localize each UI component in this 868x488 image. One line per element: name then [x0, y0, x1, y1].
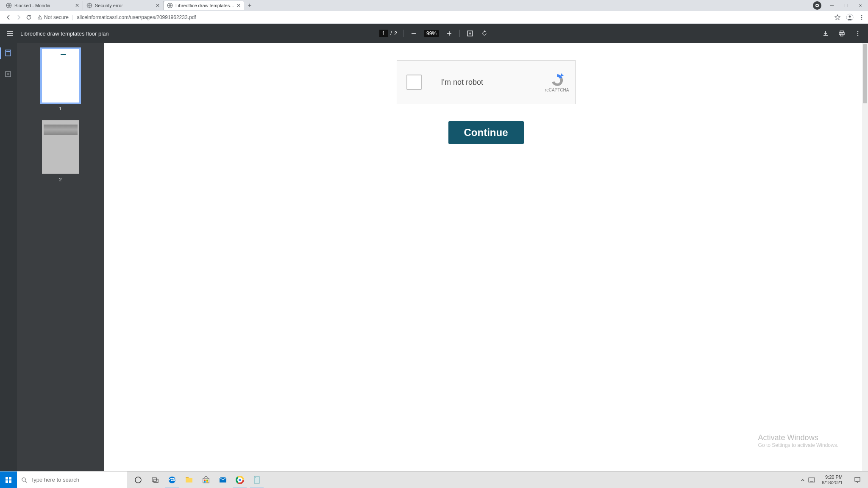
app-icon[interactable] — [248, 471, 265, 488]
rotate-button[interactable] — [480, 29, 489, 38]
svg-rect-63 — [855, 477, 860, 481]
search-placeholder: Type here to search — [31, 477, 79, 483]
thumbnails-tab[interactable] — [4, 49, 13, 58]
new-tab-button[interactable]: + — [244, 1, 255, 10]
page-total: 2 — [394, 30, 397, 36]
zoom-level[interactable]: 99% — [424, 30, 439, 37]
windows-watermark: Activate Windows Go to Settings to activ… — [758, 433, 838, 448]
fit-page-button[interactable] — [466, 29, 474, 38]
menu-icon[interactable] — [6, 30, 14, 37]
svg-rect-44 — [152, 478, 156, 481]
start-button[interactable] — [0, 471, 17, 488]
cortana-icon[interactable] — [130, 471, 147, 488]
recaptcha-checkbox[interactable] — [406, 75, 422, 90]
close-icon[interactable]: ✕ — [75, 3, 79, 8]
thumbnail-2[interactable] — [42, 120, 79, 174]
recaptcha-label: I'm not robot — [441, 78, 545, 87]
svg-point-43 — [135, 477, 141, 483]
svg-rect-6 — [845, 4, 848, 7]
task-view-icon[interactable] — [147, 471, 164, 488]
thumbnail-label: 1 — [59, 106, 61, 111]
zoom-out-button[interactable] — [409, 29, 418, 38]
maximize-button[interactable] — [839, 0, 854, 11]
reload-button[interactable] — [24, 12, 34, 22]
svg-point-12 — [849, 15, 851, 17]
vertical-scrollbar[interactable] — [862, 43, 868, 471]
svg-rect-51 — [206, 480, 208, 481]
svg-point-59 — [239, 478, 242, 481]
svg-marker-36 — [561, 73, 564, 76]
svg-rect-52 — [204, 481, 206, 482]
profile-icon[interactable] — [846, 14, 854, 21]
taskbar-pinned — [130, 471, 265, 488]
tab-security-error[interactable]: Security error ✕ — [83, 1, 164, 10]
extension-icon[interactable] — [813, 1, 821, 10]
page-separator: / — [390, 30, 392, 36]
star-icon[interactable] — [834, 14, 841, 21]
page-canvas[interactable]: I'm not robot reCAPTCHA Continue Activat… — [104, 43, 868, 471]
side-rail — [0, 43, 17, 471]
tab-blocked[interactable]: Blocked - Mondia ✕ — [3, 1, 83, 10]
window-controls — [813, 0, 868, 11]
recaptcha-logo: reCAPTCHA — [545, 72, 569, 92]
pdf-toolbar-right — [821, 29, 862, 38]
forward-button[interactable] — [14, 12, 24, 22]
taskbar-clock[interactable]: 9:20 PM 8/18/2021 — [818, 474, 846, 485]
browser-menu-icon[interactable] — [859, 14, 865, 20]
globe-icon — [86, 3, 92, 8]
svg-rect-33 — [6, 72, 11, 77]
svg-point-14 — [861, 17, 862, 18]
keyboard-icon[interactable] — [808, 477, 815, 482]
security-indicator[interactable]: Not secure — [37, 14, 69, 20]
watermark-title: Activate Windows — [758, 433, 838, 442]
continue-button[interactable]: Continue — [448, 121, 524, 144]
thumbnail-1[interactable] — [42, 49, 79, 103]
svg-point-4 — [816, 5, 818, 6]
address-bar: Not secure | aliceinformaticasrl.com/use… — [0, 11, 868, 24]
tray-chevron-icon[interactable] — [801, 478, 805, 482]
svg-rect-38 — [9, 477, 11, 480]
svg-rect-45 — [154, 479, 158, 482]
recaptcha-brand: reCAPTCHA — [545, 88, 569, 92]
svg-rect-53 — [206, 481, 208, 482]
tab-title: Libreoffice draw templates floor — [175, 3, 235, 8]
back-button[interactable] — [3, 12, 14, 22]
clock-date: 8/18/2021 — [822, 480, 843, 485]
clock-time: 9:20 PM — [822, 474, 843, 480]
document-title: Libreoffice draw templates floor plan — [20, 30, 109, 37]
chrome-icon[interactable] — [231, 471, 248, 488]
close-icon[interactable]: ✕ — [236, 3, 241, 8]
pdf-viewer: 1 2 I'm not robot reCAPTCHA — [0, 43, 868, 471]
pdf-more-icon[interactable] — [854, 29, 862, 38]
store-icon[interactable] — [198, 471, 214, 488]
close-window-button[interactable] — [854, 0, 868, 11]
scrollbar-thumb[interactable] — [863, 44, 867, 103]
outline-tab[interactable] — [4, 70, 13, 79]
edge-icon[interactable] — [164, 471, 181, 488]
download-button[interactable] — [821, 29, 830, 38]
svg-rect-39 — [6, 480, 8, 483]
mail-icon[interactable] — [214, 471, 231, 488]
zoom-in-button[interactable] — [445, 29, 453, 38]
svg-point-28 — [857, 31, 858, 32]
close-icon[interactable]: ✕ — [156, 3, 160, 8]
file-explorer-icon[interactable] — [181, 471, 198, 488]
page-indicator: / 2 — [379, 30, 397, 37]
taskbar-search[interactable]: Type here to search — [17, 471, 127, 488]
svg-rect-40 — [9, 480, 11, 483]
notification-center-icon[interactable] — [849, 471, 865, 488]
thumbnail-label: 2 — [59, 177, 61, 182]
svg-point-10 — [39, 18, 40, 18]
minimize-button[interactable] — [825, 0, 839, 11]
security-label: Not secure — [44, 14, 69, 20]
recaptcha-icon — [548, 72, 565, 88]
print-button[interactable] — [837, 29, 846, 38]
svg-rect-48 — [186, 477, 189, 478]
browser-tab-strip: Blocked - Mondia ✕ Security error ✕ Libr… — [0, 0, 868, 11]
url-field[interactable]: Not secure | aliceinformaticasrl.com/use… — [34, 13, 831, 22]
tab-libreoffice[interactable]: Libreoffice draw templates floor ✕ — [164, 1, 244, 10]
page-input[interactable] — [379, 30, 388, 37]
svg-point-41 — [22, 477, 25, 481]
pdf-toolbar-center: / 2 99% — [379, 29, 489, 38]
svg-rect-47 — [186, 478, 192, 482]
